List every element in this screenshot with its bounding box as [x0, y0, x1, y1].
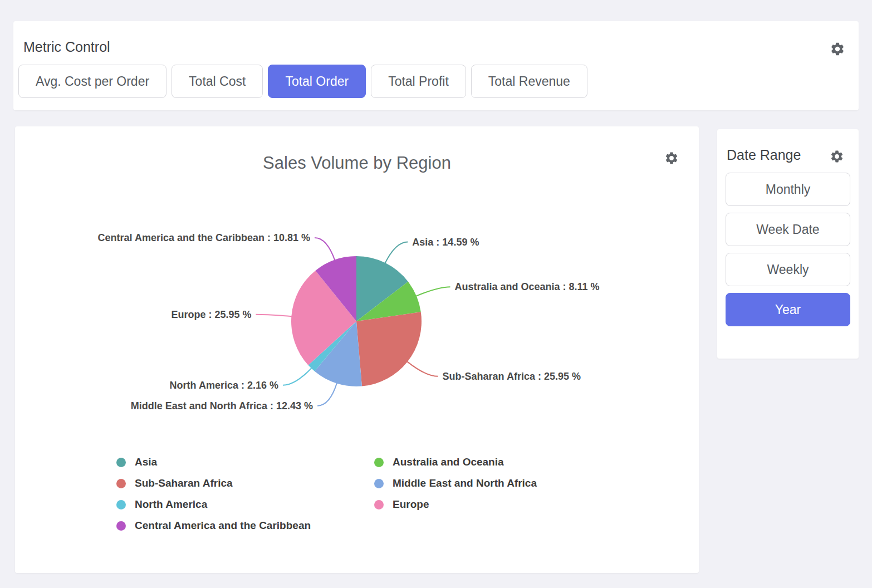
metric-button-total-profit[interactable]: Total Profit: [371, 65, 466, 98]
pie-label-central-america-and-the-caribbean: Central America and the Caribbean : 10.8…: [98, 232, 310, 243]
legend-label: Sub-Saharan Africa: [135, 477, 233, 489]
pie-label-europe: Europe : 25.95 %: [171, 309, 251, 320]
date-range-button-week-date[interactable]: Week Date: [726, 213, 850, 246]
legend-item-middle-east-and-north-africa[interactable]: Middle East and North Africa: [374, 473, 537, 494]
pie-label-australia-and-oceania: Australia and Oceania : 8.11 %: [454, 281, 599, 292]
metric-button-total-cost[interactable]: Total Cost: [172, 65, 263, 98]
legend-label: North America: [135, 498, 207, 511]
metric-control-title: Metric Control: [23, 39, 110, 55]
date-range-settings-button[interactable]: [830, 149, 844, 164]
legend-label: Australia and Oceania: [393, 456, 504, 468]
pie-chart: Asia : 14.59 %Australia and Oceania : 8.…: [15, 126, 699, 444]
gear-icon: [830, 41, 845, 57]
metric-control-card: Metric Control Avg. Cost per OrderTotal …: [13, 21, 859, 110]
chart-title: Sales Volume by Region: [15, 153, 699, 173]
pie-label-line: [315, 238, 335, 261]
metric-button-total-order[interactable]: Total Order: [268, 65, 366, 98]
metric-button-total-revenue[interactable]: Total Revenue: [471, 65, 587, 98]
pie-label-line: [283, 368, 312, 385]
legend-label: Europe: [393, 498, 429, 511]
legend-item-north-america[interactable]: North America: [116, 494, 311, 515]
date-range-button-weekly[interactable]: Weekly: [726, 253, 850, 286]
legend-marker-icon: [116, 500, 126, 509]
date-range-button-year[interactable]: Year: [726, 293, 850, 326]
date-range-title: Date Range: [727, 147, 801, 163]
date-range-button-monthly[interactable]: Monthly: [726, 173, 850, 206]
legend-marker-icon: [116, 458, 126, 467]
pie-label-line: [385, 242, 408, 263]
legend-marker-icon: [374, 500, 384, 509]
legend-item-asia[interactable]: Asia: [116, 452, 311, 473]
pie-label-line: [416, 287, 450, 296]
pie-label-line: [317, 383, 337, 406]
gear-icon: [664, 151, 679, 165]
chart-card: Asia : 14.59 %Australia and Oceania : 8.…: [15, 126, 699, 573]
date-range-buttons: MonthlyWeek DateWeeklyYear: [726, 173, 850, 326]
legend-item-central-america-and-the-caribbean[interactable]: Central America and the Caribbean: [116, 515, 311, 536]
metric-button-avg-cost-per-order[interactable]: Avg. Cost per Order: [18, 65, 166, 98]
pie-label-north-america: North America : 2.16 %: [170, 380, 278, 391]
chart-settings-button[interactable]: [664, 151, 679, 165]
chart-legend-column-1: AsiaSub-Saharan AfricaNorth AmericaCentr…: [116, 452, 311, 536]
gear-icon: [830, 149, 844, 164]
pie-label-line: [407, 361, 438, 376]
pie-label-asia: Asia : 14.59 %: [412, 237, 479, 248]
legend-item-europe[interactable]: Europe: [374, 494, 537, 515]
legend-label: Middle East and North Africa: [393, 477, 537, 489]
date-range-card: Date Range MonthlyWeek DateWeeklyYear: [717, 129, 859, 359]
pie-label-sub-saharan-africa: Sub-Saharan Africa : 25.95 %: [443, 371, 581, 382]
legend-item-sub-saharan-africa[interactable]: Sub-Saharan Africa: [116, 473, 311, 494]
legend-marker-icon: [116, 479, 126, 488]
pie-label-line: [256, 315, 292, 316]
pie-label-middle-east-and-north-africa: Middle East and North Africa : 12.43 %: [131, 400, 313, 411]
metric-settings-button[interactable]: [830, 41, 845, 57]
legend-marker-icon: [116, 521, 126, 531]
chart-legend-column-2: Australia and OceaniaMiddle East and Nor…: [374, 452, 537, 515]
legend-item-australia-and-oceania[interactable]: Australia and Oceania: [374, 452, 537, 473]
legend-marker-icon: [374, 479, 384, 488]
pie-slice-sub-saharan-africa[interactable]: [356, 312, 422, 386]
legend-marker-icon: [374, 458, 384, 467]
legend-label: Asia: [135, 456, 157, 468]
metric-buttons: Avg. Cost per OrderTotal CostTotal Order…: [18, 65, 587, 98]
legend-label: Central America and the Caribbean: [135, 520, 311, 532]
